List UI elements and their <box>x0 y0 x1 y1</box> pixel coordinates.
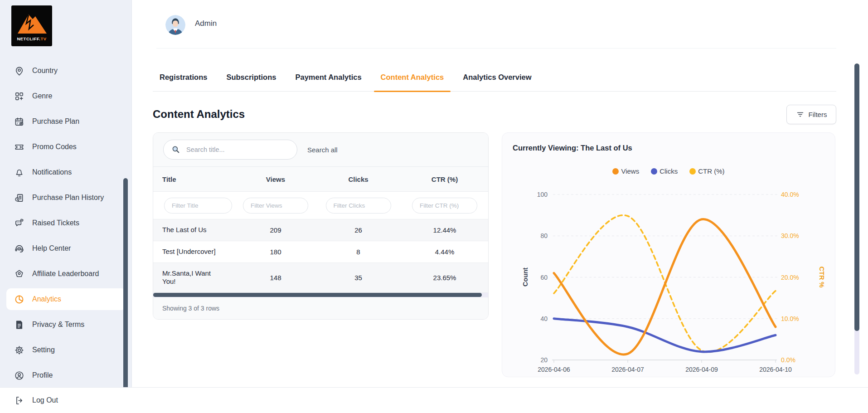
cell-clicks: 26 <box>316 226 400 234</box>
table-row[interactable]: Mr.Santa,I Want You!1483523.65% <box>153 263 488 293</box>
filter-icon <box>796 110 805 119</box>
sidebar-item-label: Promo Codes <box>32 143 77 151</box>
column-header-title[interactable]: Title <box>153 175 235 183</box>
filters-button[interactable]: Filters <box>786 105 836 124</box>
user-name: Admin <box>195 19 217 28</box>
legend-label: CTR (%) <box>698 167 724 175</box>
chart-card: 2026-04-062026-04-072026-04-092026-04-10… <box>502 132 835 377</box>
left-tick-label: 100 <box>537 191 548 198</box>
page-title: Content Analytics <box>153 108 245 121</box>
cell-ctr: 23.65% <box>400 274 489 282</box>
table-filter-row <box>153 192 488 219</box>
filter-input-views[interactable] <box>243 198 308 214</box>
sidebar-item-label: Privacy & Terms <box>32 321 84 329</box>
sidebar-item-label: Country <box>32 67 58 75</box>
tab-analytics-overview[interactable]: Analytics Overview <box>456 63 538 91</box>
cell-ctr: 4.44% <box>400 248 489 256</box>
legend-dot <box>651 168 657 175</box>
sidebar-item-label: Purchase Plan <box>32 117 79 126</box>
sidebar-item-purchase-plan[interactable]: Purchase Plan <box>0 109 131 134</box>
right-tick-label: 20.0% <box>781 274 799 281</box>
avatar-icon <box>165 15 185 35</box>
sidebar-item-genre[interactable]: Genre <box>0 83 131 109</box>
right-tick-label: 30.0% <box>781 232 799 239</box>
genre-icon <box>14 91 24 102</box>
sidebar-item-label: Analytics <box>32 295 61 303</box>
table-hscrollbar-thumb[interactable] <box>153 293 482 297</box>
chart-title: Currently Viewing: The Last of Us <box>513 144 632 152</box>
sidebar-footer: Log Out <box>0 388 131 413</box>
sidebar-item-raised-tickets[interactable]: Raised Tickets <box>0 210 131 236</box>
left-axis-title: Count <box>522 267 529 287</box>
filters-button-label: Filters <box>809 111 827 118</box>
legend-item-ctr[interactable]: CTR (%) <box>689 167 724 175</box>
tab-subscriptions[interactable]: Subscriptions <box>219 63 283 91</box>
filter-input-title[interactable] <box>164 198 232 214</box>
analytics-tabs: RegistrationsSubscriptionsPayment Analyt… <box>153 63 836 92</box>
page-scrollbar-thumb[interactable] <box>854 63 859 331</box>
sidebar-item-privacy-terms[interactable]: Privacy & Terms <box>0 312 131 337</box>
right-tick-label: 40.0% <box>781 191 799 198</box>
sidebar-item-log-out[interactable]: Log Out <box>0 388 131 413</box>
country-icon <box>14 65 24 76</box>
cell-views: 209 <box>235 226 316 234</box>
sidebar-item-profile[interactable]: Profile <box>0 363 131 388</box>
search-all-label[interactable]: Search all <box>307 133 338 166</box>
sidebar-item-promo-codes[interactable]: Promo Codes <box>0 134 131 160</box>
table-row[interactable]: Test [Undercover]18084.44% <box>153 241 488 263</box>
sidebar-scrollbar-thumb[interactable] <box>123 178 128 413</box>
sidebar-item-label: Help Center <box>32 244 71 253</box>
x-tick-label: 2026-04-07 <box>611 366 644 373</box>
sidebar-item-country[interactable]: Country <box>0 58 131 83</box>
series-line-views <box>554 219 776 354</box>
privacy-terms-icon <box>14 319 24 330</box>
table-row[interactable]: The Last of Us2092612.44% <box>153 219 488 241</box>
brand-logo[interactable]: NETCLIFF.TV <box>11 5 52 46</box>
search-input[interactable] <box>185 146 297 154</box>
header-divider <box>156 48 836 49</box>
cell-ctr: 12.44% <box>400 226 489 234</box>
cell-clicks: 8 <box>316 248 400 256</box>
x-tick-label: 2026-04-09 <box>685 366 718 373</box>
promo-codes-icon <box>14 141 24 152</box>
legend-dot <box>612 168 619 175</box>
sidebar-item-label: Raised Tickets <box>32 219 79 227</box>
tab-payment-analytics[interactable]: Payment Analytics <box>288 63 368 91</box>
right-tick-label: 10.0% <box>781 315 799 322</box>
cell-title: Test [Undercover] <box>153 245 226 259</box>
sidebar-item-affiliate-leaderboard[interactable]: Affiliate Leaderboard <box>0 261 131 287</box>
right-axis-title: CTR % <box>818 267 825 288</box>
filter-input-clicks[interactable] <box>326 198 391 214</box>
cell-views: 180 <box>235 248 316 256</box>
cell-title: The Last of Us <box>153 223 226 237</box>
left-tick-label: 40 <box>540 315 548 322</box>
column-header-clicks[interactable]: Clicks <box>316 175 400 183</box>
legend-item-views[interactable]: Views <box>612 167 639 175</box>
analytics-icon <box>14 294 24 305</box>
svg-text:NETCLIFF.TV: NETCLIFF.TV <box>17 36 46 41</box>
sidebar-item-help-center[interactable]: Help Center <box>0 236 131 261</box>
sidebar-menu: CountryGenrePurchase PlanPromo CodesNoti… <box>0 58 131 388</box>
column-header-views[interactable]: Views <box>235 175 316 183</box>
legend-label: Views <box>621 167 639 175</box>
admin-avatar[interactable] <box>165 15 185 35</box>
table-hscrollbar-track[interactable] <box>153 293 488 297</box>
cell-views: 148 <box>235 274 316 282</box>
content-bottom-divider <box>0 387 868 388</box>
search-box <box>163 140 297 160</box>
legend-item-clicks[interactable]: Clicks <box>651 167 678 175</box>
filter-input-ctr[interactable] <box>412 198 477 214</box>
sidebar-item-analytics[interactable]: Analytics <box>6 288 126 310</box>
x-tick-label: 2026-04-10 <box>759 366 792 373</box>
sidebar-item-notifications[interactable]: Notifications <box>0 160 131 185</box>
sidebar-item-setting[interactable]: Setting <box>0 337 131 363</box>
sidebar-item-purchase-plan-history[interactable]: Purchase Plan History <box>0 185 131 210</box>
content-table-card: Search all TitleViewsClicksCTR (%) The L… <box>153 132 489 320</box>
tab-content-analytics[interactable]: Content Analytics <box>374 63 451 91</box>
help-center-icon <box>14 243 24 254</box>
tab-registrations[interactable]: Registrations <box>153 63 214 91</box>
setting-icon <box>14 345 24 355</box>
x-tick-label: 2026-04-06 <box>538 366 570 373</box>
sidebar-item-label: Profile <box>32 371 53 379</box>
column-header-ctr[interactable]: CTR (%) <box>400 175 489 183</box>
